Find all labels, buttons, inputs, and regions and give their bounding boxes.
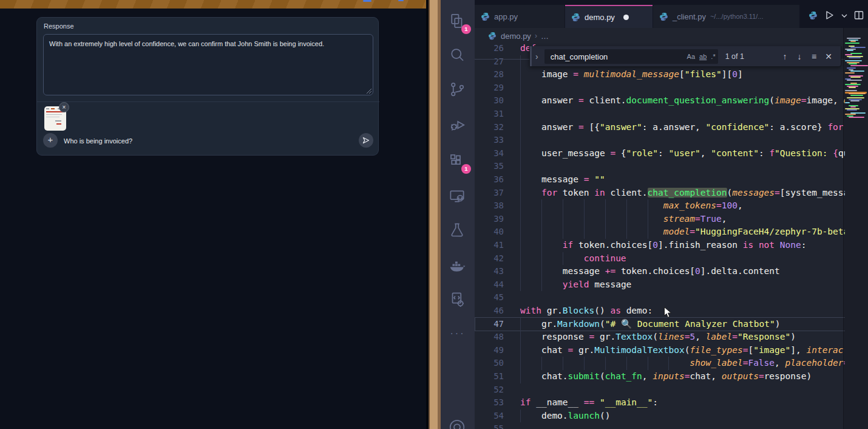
tab-clientpy[interactable]: _client.py~/.../python3.11/... — [653, 5, 810, 28]
breadcrumb-file[interactable]: demo.py — [501, 32, 531, 41]
find-close-button[interactable]: ✕ — [821, 52, 836, 61]
response-label: Response — [44, 22, 74, 30]
minimap-line — [845, 90, 857, 91]
minimap-line — [845, 72, 855, 74]
desktop-gap — [429, 0, 441, 429]
python-icon — [481, 12, 490, 21]
code-line: 32 answer = [{"answer": a.answer, "confi… — [475, 121, 845, 134]
source-control-icon[interactable] — [448, 80, 467, 100]
extensions-icon[interactable]: 1 — [448, 152, 467, 171]
code-line: 54 demo.launch() — [475, 410, 845, 423]
explorer-icon[interactable]: 1 — [448, 12, 467, 32]
code-line: 38 max_tokens=100, — [475, 199, 845, 213]
minimap-line — [847, 50, 853, 51]
wallpaper-fragment — [398, 0, 404, 1]
code-line: 29 — [475, 81, 845, 95]
gradio-panel: Response With an extremely high level of… — [36, 17, 379, 156]
code-line: 33 — [475, 134, 845, 147]
find-in-selection-button[interactable]: ≡ — [807, 52, 821, 61]
code-line: 47 gr.Markdown("# 🔍 Document Analyzer Ch… — [475, 317, 845, 332]
split-editor-icon[interactable] — [853, 10, 864, 23]
tab-label: app.py — [494, 12, 518, 21]
run-python-file-button[interactable] — [823, 9, 835, 24]
code-line: 36 message = "" — [475, 173, 845, 187]
tab-apppy[interactable]: app.py — [475, 5, 565, 28]
minimap-rail[interactable] — [843, 28, 868, 429]
minimap[interactable] — [845, 36, 868, 122]
find-widget-sash[interactable] — [530, 46, 532, 66]
code-line: 41 if token.choices[0].finish_reason is … — [475, 239, 845, 252]
panel-divider — [37, 101, 379, 102]
vscode-window: 1 1 — [441, 0, 868, 429]
minimap-line — [850, 47, 866, 48]
docker-icon[interactable] — [448, 256, 467, 276]
remote-explorer-icon[interactable] — [448, 187, 467, 207]
breadcrumb-more[interactable]: … — [541, 32, 549, 41]
editor-group: app.pydemo.py_client.py~/.../python3.11/… — [475, 0, 868, 429]
minimap-line — [847, 109, 857, 111]
tab-description: ~/.../python3.11/... — [710, 13, 764, 20]
code-line: 51 chat.submit(chat_fn, inputs=chat, out… — [475, 370, 845, 383]
activity-bar: 1 1 — [441, 0, 475, 429]
tab-demopy[interactable]: demo.py — [565, 5, 653, 28]
wallpaper-strip — [0, 0, 429, 9]
code-line: 50 show_label=False, placeholder= — [475, 357, 845, 370]
code-line: 34 user_message = {"role": "user", "cont… — [475, 147, 845, 160]
code-line: 46with gr.Blocks() as demo: — [475, 304, 845, 318]
tab-bar: app.pydemo.py_client.py~/.../python3.11/… — [475, 0, 868, 28]
run-dropdown-chevron-icon[interactable] — [841, 11, 848, 22]
minimap-line — [850, 106, 856, 108]
find-input-box: Aa ab .* — [544, 49, 718, 64]
python-icon — [571, 13, 580, 22]
more-actions-icon[interactable]: ··· — [448, 328, 467, 348]
minimap-line — [845, 102, 850, 103]
minimap-line — [850, 100, 860, 101]
testing-beaker-icon[interactable] — [448, 221, 467, 241]
regex-toggle[interactable]: .* — [711, 53, 715, 60]
find-results-count: 1 of 1 — [725, 52, 744, 61]
code-line: 35 — [475, 160, 845, 173]
minimap-line — [850, 95, 863, 96]
find-input[interactable] — [549, 49, 667, 65]
explorer-badge: 1 — [461, 24, 471, 34]
dev-container-icon[interactable] — [448, 290, 467, 310]
attach-file-button[interactable]: + — [43, 133, 58, 148]
minimap-line — [850, 77, 861, 78]
code-line: 28 image = multimodal_message["files"][0… — [475, 68, 845, 81]
unsaved-dot — [623, 15, 629, 20]
code-editor[interactable]: 26def2728 image = multimodal_message["fi… — [475, 44, 868, 429]
code-line: 43 message += token.choices[0].delta.con… — [475, 265, 845, 278]
chat-text-input[interactable] — [63, 132, 326, 150]
find-next-button[interactable]: ↓ — [792, 52, 807, 61]
code-line: 52 — [475, 383, 845, 397]
python-icon — [659, 12, 668, 21]
code-line: 39 stream=True, — [475, 213, 845, 226]
match-case-toggle[interactable]: Aa — [687, 53, 695, 60]
toggle-replace-chevron-icon[interactable]: › — [535, 52, 538, 61]
minimap-line — [849, 93, 866, 94]
remove-image-button[interactable]: × — [59, 102, 69, 112]
extensions-badge: 1 — [461, 164, 471, 174]
minimap-line — [849, 117, 864, 118]
breadcrumb-separator: › — [535, 32, 537, 40]
code-line: 30 answer = client.document_question_ans… — [475, 94, 845, 108]
run-debug-icon[interactable] — [448, 115, 467, 135]
browser-window: Response With an extremely high level of… — [0, 0, 429, 429]
code-line: 55 — [475, 422, 845, 429]
code-line: 48 response = gr.Textbox(lines=5, label=… — [475, 331, 845, 344]
tab-label: _client.py — [673, 12, 706, 21]
send-button[interactable] — [359, 133, 373, 148]
minimap-line — [847, 80, 862, 81]
response-textarea[interactable]: With an extremely high level of confiden… — [43, 34, 373, 95]
screen: Response With an extremely high level of… — [0, 0, 868, 429]
whole-word-toggle[interactable]: ab — [699, 53, 707, 60]
code-line: 45 — [475, 291, 845, 304]
minimap-line — [850, 65, 868, 66]
code-line: 42 continue — [475, 252, 845, 266]
editor-actions — [799, 5, 868, 28]
mouse-cursor — [663, 306, 673, 321]
search-icon[interactable] — [448, 46, 467, 66]
account-icon[interactable] — [448, 418, 467, 429]
find-previous-button[interactable]: ↑ — [778, 52, 792, 61]
minimap-line — [849, 57, 861, 58]
